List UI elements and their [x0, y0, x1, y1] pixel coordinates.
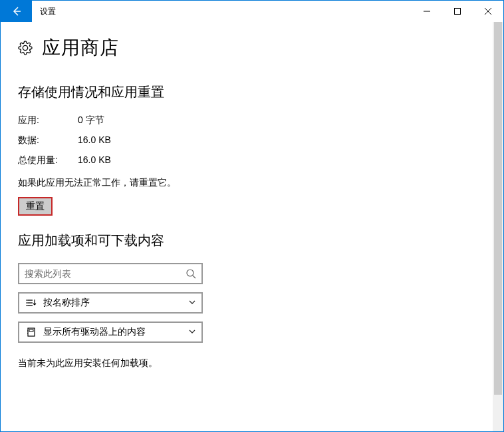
- svg-rect-2: [455, 9, 461, 15]
- svg-point-11: [26, 302, 27, 304]
- svg-point-12: [26, 305, 27, 306]
- storage-label: 应用:: [18, 114, 78, 126]
- storage-section-title: 存储使用情况和应用重置: [18, 83, 486, 101]
- storage-label: 总使用量:: [18, 154, 78, 166]
- maximize-button[interactable]: [442, 1, 473, 22]
- storage-value: 0 字节: [78, 114, 104, 126]
- drive-icon: [26, 327, 37, 337]
- search-box[interactable]: [18, 263, 203, 284]
- content-area: 应用商店 存储使用情况和应用重置 应用: 0 字节 数据: 16.0 KB 总使…: [1, 22, 503, 431]
- search-icon: [186, 268, 196, 279]
- storage-value: 16.0 KB: [78, 154, 111, 166]
- filter-label: 显示所有驱动器上的内容: [43, 326, 182, 338]
- addons-empty-text: 当前未为此应用安装任何加载项。: [18, 357, 486, 369]
- minimize-icon: [424, 8, 430, 15]
- storage-row-app: 应用: 0 字节: [18, 114, 486, 126]
- reset-hint-text: 如果此应用无法正常工作，请重置它。: [18, 177, 486, 189]
- close-button[interactable]: [473, 1, 503, 22]
- maximize-icon: [454, 8, 461, 15]
- storage-value: 16.0 KB: [78, 134, 111, 146]
- minimize-button[interactable]: [412, 1, 442, 22]
- svg-point-10: [26, 300, 27, 301]
- svg-rect-14: [29, 329, 33, 331]
- page-header: 应用商店: [18, 35, 486, 61]
- storage-label: 数据:: [18, 134, 78, 146]
- window-controls: [412, 1, 503, 22]
- sort-icon: [26, 298, 37, 308]
- window-title: 设置: [32, 1, 412, 22]
- close-icon: [485, 8, 491, 15]
- storage-row-total: 总使用量: 16.0 KB: [18, 154, 486, 166]
- chevron-down-icon: [188, 298, 196, 308]
- scrollbar-thumb[interactable]: [494, 22, 502, 395]
- storage-row-data: 数据: 16.0 KB: [18, 134, 486, 146]
- vertical-scrollbar[interactable]: [493, 22, 503, 431]
- titlebar: 设置: [1, 1, 503, 22]
- back-button[interactable]: [1, 1, 32, 22]
- svg-line-6: [193, 276, 195, 278]
- reset-button[interactable]: 重置: [18, 197, 53, 216]
- chevron-down-icon: [188, 327, 196, 337]
- page-title: 应用商店: [42, 35, 119, 61]
- back-arrow-icon: [11, 6, 22, 17]
- search-input[interactable]: [25, 268, 186, 279]
- addons-section-title: 应用加载项和可下载内容: [18, 232, 486, 250]
- svg-point-5: [187, 270, 193, 276]
- sort-dropdown[interactable]: 按名称排序: [18, 292, 203, 314]
- filter-dropdown[interactable]: 显示所有驱动器上的内容: [18, 322, 203, 343]
- gear-icon: [18, 41, 33, 55]
- sort-label: 按名称排序: [43, 297, 182, 309]
